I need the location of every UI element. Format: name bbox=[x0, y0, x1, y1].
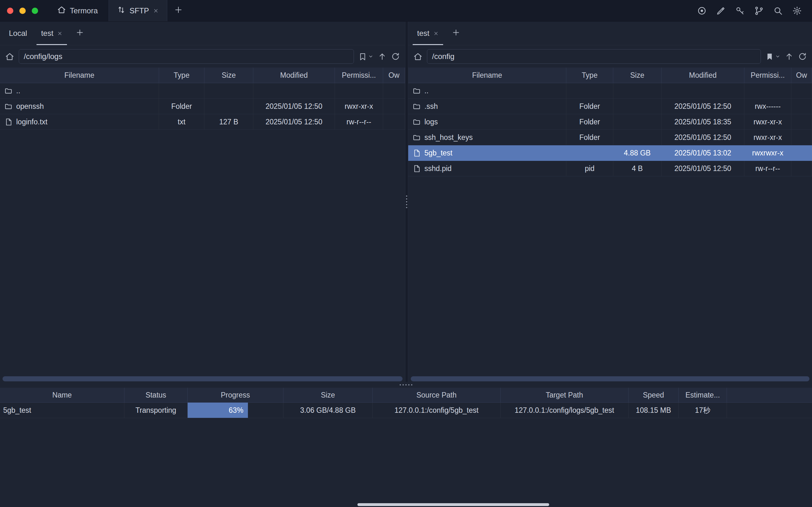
record-icon[interactable] bbox=[697, 6, 707, 15]
file-type: pid bbox=[566, 161, 613, 176]
refresh-icon[interactable] bbox=[798, 52, 807, 61]
minimize-window-button[interactable] bbox=[19, 8, 26, 14]
path-input[interactable] bbox=[19, 49, 354, 64]
column-header-filename[interactable]: Filename bbox=[408, 68, 566, 83]
transfer-row[interactable]: 5gb_test Transporting 63% 3.06 GB/4.88 G… bbox=[0, 403, 812, 418]
titlebar: Termora SFTP bbox=[0, 0, 812, 21]
file-icon bbox=[4, 118, 12, 126]
file-owner bbox=[383, 83, 405, 98]
file-owner bbox=[791, 161, 812, 176]
zoom-window-button[interactable] bbox=[32, 8, 38, 14]
right-file-pane: test Filename Type Size Modified Permiss… bbox=[408, 21, 812, 382]
filename: 5gb_test bbox=[424, 149, 452, 157]
transfer-panel-splitter[interactable] bbox=[0, 382, 812, 388]
transfer-target-path: 127.0.0.1:/config/logs/5gb_test bbox=[501, 403, 629, 418]
path-input[interactable] bbox=[427, 49, 761, 64]
tab-termora[interactable]: Termora bbox=[46, 0, 109, 21]
right-table-header: Filename Type Size Modified Permissi... … bbox=[408, 68, 812, 83]
column-header-estimate[interactable]: Estimate... bbox=[679, 388, 727, 402]
close-icon[interactable] bbox=[433, 31, 439, 36]
file-owner bbox=[791, 83, 812, 98]
file-size: 4.88 GB bbox=[613, 145, 661, 161]
column-header-type[interactable]: Type bbox=[566, 68, 613, 83]
column-header-size[interactable]: Size bbox=[283, 388, 373, 402]
new-pane-tab-button[interactable] bbox=[69, 21, 90, 45]
file-owner bbox=[383, 114, 405, 129]
column-header-type[interactable]: Type bbox=[159, 68, 205, 83]
pane-splitter[interactable] bbox=[405, 21, 408, 382]
folder-icon bbox=[413, 118, 421, 126]
column-header-permissions[interactable]: Permissi... bbox=[744, 68, 791, 83]
column-header-speed[interactable]: Speed bbox=[629, 388, 679, 402]
file-size bbox=[613, 83, 661, 98]
parent-directory-button[interactable] bbox=[378, 52, 387, 61]
tab-sftp[interactable]: SFTP bbox=[109, 0, 167, 21]
file-row-selected[interactable]: 5gb_test 4.88 GB 2025/01/05 13:02 rwxrwx… bbox=[408, 145, 812, 161]
file-size bbox=[613, 114, 661, 129]
file-row-parent[interactable]: .. bbox=[0, 83, 405, 99]
home-icon[interactable] bbox=[5, 52, 14, 61]
new-tab-button[interactable] bbox=[167, 0, 190, 21]
file-row[interactable]: sshd.pid pid 4 B 2025/01/05 12:50 rw-r--… bbox=[408, 161, 812, 176]
chevron-down-icon[interactable] bbox=[368, 54, 373, 59]
file-type bbox=[566, 83, 613, 98]
file-row-parent[interactable]: .. bbox=[408, 83, 812, 99]
file-icon bbox=[413, 165, 421, 173]
refresh-icon[interactable] bbox=[391, 52, 400, 61]
column-header-modified[interactable]: Modified bbox=[253, 68, 335, 83]
column-header-target-path[interactable]: Target Path bbox=[501, 388, 629, 402]
horizontal-scrollbar[interactable] bbox=[411, 376, 809, 381]
tab-test-left[interactable]: test bbox=[34, 21, 69, 45]
column-header-permissions[interactable]: Permissi... bbox=[335, 68, 383, 83]
chevron-down-icon[interactable] bbox=[775, 54, 780, 59]
file-row[interactable]: .ssh Folder 2025/01/05 12:50 rwx------ bbox=[408, 99, 812, 114]
bookmark-filled-icon[interactable] bbox=[765, 52, 774, 61]
column-header-progress[interactable]: Progress bbox=[187, 388, 283, 402]
column-header-size[interactable]: Size bbox=[613, 68, 661, 83]
file-row[interactable]: openssh Folder 2025/01/05 12:50 rwxr-xr-… bbox=[0, 99, 405, 114]
parent-directory-button[interactable] bbox=[785, 52, 794, 61]
file-row[interactable]: ssh_host_keys Folder 2025/01/05 12:50 rw… bbox=[408, 130, 812, 145]
tab-test-right[interactable]: test bbox=[410, 21, 446, 45]
bookmark-icon[interactable] bbox=[359, 52, 367, 61]
column-header-status[interactable]: Status bbox=[124, 388, 187, 402]
transfer-estimate: 17秒 bbox=[679, 403, 727, 418]
file-row[interactable]: logs Folder 2025/01/05 18:35 rwxr-xr-x bbox=[408, 114, 812, 130]
new-pane-tab-button[interactable] bbox=[446, 21, 466, 45]
transfer-size: 3.06 GB/4.88 GB bbox=[283, 403, 373, 418]
branch-icon[interactable] bbox=[754, 6, 764, 15]
close-icon[interactable] bbox=[57, 31, 62, 36]
tab-test-label: test bbox=[417, 29, 430, 38]
bottom-horizontal-scrollbar[interactable] bbox=[358, 503, 549, 506]
file-modified: 2025/01/05 12:50 bbox=[661, 99, 744, 114]
progress-bar: 63% bbox=[187, 403, 248, 418]
column-header-size[interactable]: Size bbox=[205, 68, 253, 83]
column-header-filename[interactable]: Filename bbox=[0, 68, 159, 83]
tab-local[interactable]: Local bbox=[2, 21, 34, 45]
column-header-owner[interactable]: Ow bbox=[383, 68, 405, 83]
column-header-modified[interactable]: Modified bbox=[661, 68, 744, 83]
transfer-speed: 108.15 MB bbox=[629, 403, 679, 418]
column-header-name[interactable]: Name bbox=[0, 388, 124, 402]
close-window-button[interactable] bbox=[7, 8, 13, 14]
transfer-panel: Name Status Progress Size Source Path Ta… bbox=[0, 388, 812, 418]
column-header-owner[interactable]: Ow bbox=[791, 68, 812, 83]
column-header-source-path[interactable]: Source Path bbox=[373, 388, 501, 402]
file-type: Folder bbox=[566, 99, 613, 114]
file-type: Folder bbox=[566, 114, 613, 129]
settings-gear-icon[interactable] bbox=[792, 6, 802, 15]
file-size: 127 B bbox=[205, 114, 253, 129]
filename: openssh bbox=[16, 102, 44, 111]
file-type: txt bbox=[159, 114, 205, 129]
file-type bbox=[566, 145, 613, 161]
right-pane-tabs: test bbox=[408, 21, 812, 45]
transfer-source-path: 127.0.0.1:/config/5gb_test bbox=[373, 403, 501, 418]
home-icon[interactable] bbox=[413, 52, 423, 61]
close-icon[interactable] bbox=[153, 8, 159, 14]
file-row[interactable]: loginfo.txt txt 127 B 2025/01/05 12:50 r… bbox=[0, 114, 405, 130]
search-icon[interactable] bbox=[773, 6, 783, 15]
key-icon[interactable] bbox=[735, 6, 745, 15]
horizontal-scrollbar[interactable] bbox=[3, 376, 402, 381]
edit-pencil-icon[interactable] bbox=[716, 6, 726, 15]
home-icon bbox=[57, 5, 66, 16]
